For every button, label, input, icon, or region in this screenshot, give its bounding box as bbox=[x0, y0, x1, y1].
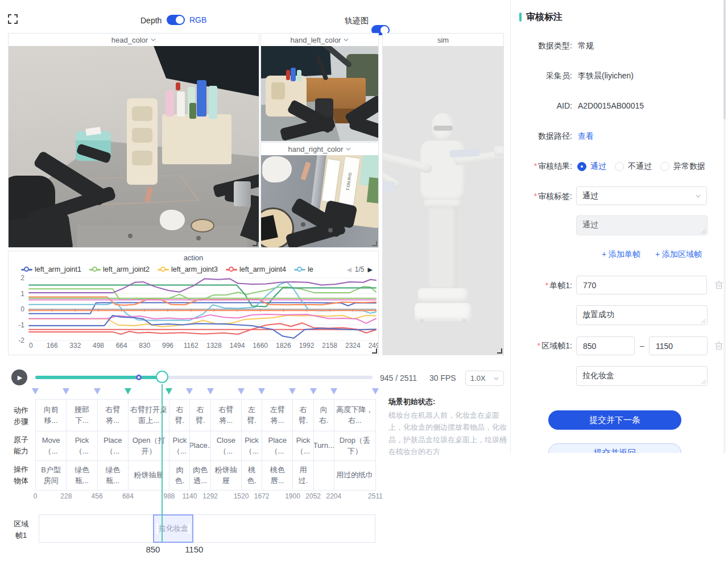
step-cell-r1-c5[interactable]: Place.. bbox=[190, 431, 210, 461]
step-cell-r0-c6[interactable]: 右臂将... bbox=[211, 400, 242, 431]
step-cell-r1-c11[interactable]: Drop（丢下） bbox=[334, 431, 376, 461]
submit-next-button[interactable]: 提交并下一条 bbox=[548, 410, 681, 430]
legend-next-icon[interactable]: ▶ bbox=[368, 266, 373, 273]
chevron-down-icon bbox=[151, 38, 156, 41]
step-cell-r1-c1[interactable]: Pick（... bbox=[67, 431, 97, 461]
legend-item-le[interactable]: le bbox=[294, 265, 313, 273]
region-track-bar[interactable]: 拉化妆盒 bbox=[39, 514, 375, 543]
step-cell-r0-c2[interactable]: 右臂将... bbox=[98, 400, 129, 431]
step-cell-r2-c8[interactable]: 桃色唇... bbox=[262, 461, 293, 491]
delete-region-frame-icon[interactable] bbox=[714, 341, 723, 350]
radio-abnormal[interactable] bbox=[660, 162, 669, 171]
title-accent-bar bbox=[519, 13, 522, 22]
add-single-frame-link[interactable]: + 添加单帧 bbox=[602, 250, 640, 260]
radio-fail-label[interactable]: 不通过 bbox=[628, 161, 652, 172]
step-cell-r1-c6[interactable]: Close（... bbox=[211, 431, 242, 461]
region-note-textarea[interactable]: 拉化妆盒 bbox=[576, 366, 708, 386]
legend-item-left_arm_joint1[interactable]: left_arm_joint1 bbox=[21, 265, 81, 273]
region-left-handle[interactable] bbox=[156, 523, 158, 534]
hand-right-camera-header[interactable]: hand_right_color bbox=[261, 143, 378, 155]
region-end-input[interactable]: 1150 bbox=[649, 336, 708, 355]
single-frame-input[interactable]: 770 bbox=[576, 276, 707, 294]
tag-select[interactable]: 通过 bbox=[576, 186, 707, 205]
step-cell-r2-c3[interactable]: 粉饼抽屉 bbox=[129, 461, 169, 491]
head-resize-handle[interactable] bbox=[253, 241, 258, 246]
region-segment[interactable]: 拉化妆盒 bbox=[153, 514, 193, 543]
speed-select[interactable]: 1.0X bbox=[465, 371, 504, 386]
timeline-marker-1672[interactable] bbox=[258, 388, 265, 394]
step-cell-r0-c1[interactable]: 腰部下... bbox=[67, 400, 97, 431]
add-region-frame-link[interactable]: + 添加区域帧 bbox=[655, 250, 702, 260]
radio-pass[interactable] bbox=[577, 162, 586, 171]
step-cell-r1-c3[interactable]: Open（打开） bbox=[129, 431, 169, 461]
step-cell-r1-c9[interactable]: Pick（... bbox=[293, 431, 313, 461]
legend-item-left_arm_joint3[interactable]: left_arm_joint3 bbox=[158, 265, 218, 273]
timeline-marker-1292[interactable] bbox=[207, 388, 214, 394]
legend-prev-icon[interactable]: ◀ bbox=[346, 266, 351, 273]
step-cell-r2-c11[interactable]: 用过的纸巾 bbox=[334, 461, 376, 491]
step-cell-r1-c2[interactable]: Place（... bbox=[98, 431, 129, 461]
step-cell-r0-c0[interactable]: 向前移... bbox=[36, 400, 67, 431]
svg-text:166: 166 bbox=[47, 342, 58, 350]
single-frame-note-textarea[interactable]: 放置成功 bbox=[576, 305, 708, 325]
timeline-marker-2204[interactable] bbox=[330, 388, 337, 394]
radio-fail[interactable] bbox=[615, 162, 624, 171]
head-scene-rack bbox=[162, 114, 231, 164]
step-cell-r1-c4[interactable]: Pick（... bbox=[169, 431, 190, 461]
delete-single-frame-icon[interactable] bbox=[714, 280, 723, 289]
step-cell-r2-c10[interactable] bbox=[314, 461, 334, 491]
timeline-handle[interactable] bbox=[156, 371, 168, 383]
step-cell-r1-c7[interactable]: Pick（... bbox=[242, 431, 262, 461]
head-camera-header[interactable]: head_color bbox=[9, 34, 259, 46]
data-path-link[interactable]: 查看 bbox=[578, 131, 594, 142]
step-cell-r1-c10[interactable]: Turn... bbox=[314, 431, 334, 461]
timeline-marker-1140[interactable] bbox=[186, 388, 193, 394]
region-start-input[interactable]: 850 bbox=[576, 336, 635, 355]
step-cell-r2-c7[interactable]: 桃色. bbox=[242, 461, 262, 491]
step-cell-r2-c9[interactable]: 用过. bbox=[293, 461, 313, 491]
timeline-marker-456[interactable] bbox=[94, 388, 101, 394]
step-cell-r0-c7[interactable]: 左臂. bbox=[242, 400, 262, 431]
step-cell-r2-c0[interactable]: B户型房间 bbox=[36, 461, 67, 491]
timeline-marker-1900[interactable] bbox=[289, 388, 296, 394]
submit-back-button[interactable]: 提交并返回 bbox=[548, 443, 681, 453]
legend-item-left_arm_joint4[interactable]: left_arm_joint4 bbox=[226, 265, 286, 273]
step-cell-r0-c9[interactable]: 右臂. bbox=[293, 400, 313, 431]
playhead-line bbox=[162, 384, 163, 542]
step-cell-r2-c6[interactable]: 粉饼抽屉 bbox=[211, 461, 242, 491]
timeline-marker-2511[interactable] bbox=[372, 388, 379, 394]
fullscreen-icon[interactable] bbox=[8, 14, 18, 24]
legend-marker-icon bbox=[226, 267, 237, 272]
step-cell-r0-c10[interactable]: 向右. bbox=[314, 400, 334, 431]
timeline-marker-988[interactable] bbox=[166, 388, 172, 394]
timeline-marker-0[interactable] bbox=[32, 388, 39, 394]
step-cell-r2-c2[interactable]: 绿色瓶... bbox=[98, 461, 129, 491]
step-cell-r1-c8[interactable]: Place（... bbox=[262, 431, 293, 461]
hand-left-camera-header[interactable]: hand_left_color bbox=[261, 34, 378, 46]
depth-rgb-toggle[interactable] bbox=[167, 15, 185, 25]
tag-note-textarea[interactable]: 通过 bbox=[576, 215, 708, 235]
step-cell-r0-c4[interactable]: 右臂. bbox=[169, 400, 190, 431]
timeline-marker-228[interactable] bbox=[63, 388, 69, 394]
timeline-marker-684[interactable] bbox=[125, 388, 131, 394]
play-button[interactable]: ▶ bbox=[11, 369, 27, 385]
chart-resize-handle[interactable] bbox=[372, 348, 377, 354]
step-cell-r0-c3[interactable]: 右臂打开桌面上... bbox=[129, 400, 169, 431]
step-cell-r2-c1[interactable]: 绿色瓶... bbox=[67, 461, 97, 491]
legend-item-left_arm_joint2[interactable]: left_arm_joint2 bbox=[89, 265, 150, 273]
step-cell-r1-c0[interactable]: Move（... bbox=[36, 431, 67, 461]
single-frame-dot[interactable] bbox=[136, 375, 142, 380]
step-cell-r2-c4[interactable]: 肉色. bbox=[169, 461, 190, 491]
timeline-marker-1520[interactable] bbox=[238, 388, 245, 394]
radio-pass-label[interactable]: 通过 bbox=[590, 161, 606, 172]
step-cell-r0-c11[interactable]: 高度下降，右... bbox=[334, 400, 376, 431]
radio-abnormal-label[interactable]: 异常数据 bbox=[673, 161, 705, 172]
right-panel-scrollbar[interactable] bbox=[723, 0, 726, 453]
step-cell-r0-c5[interactable]: 右臂. bbox=[190, 400, 210, 431]
region-right-handle[interactable] bbox=[188, 523, 190, 534]
step-cell-r2-c5[interactable]: 肉色透... bbox=[190, 461, 210, 491]
timeline-marker-2052[interactable] bbox=[310, 388, 317, 394]
step-cell-r0-c8[interactable]: 左臂将... bbox=[262, 400, 293, 431]
hand-right-resize-handle[interactable] bbox=[372, 241, 377, 246]
sim-resize-handle[interactable] bbox=[497, 348, 502, 354]
